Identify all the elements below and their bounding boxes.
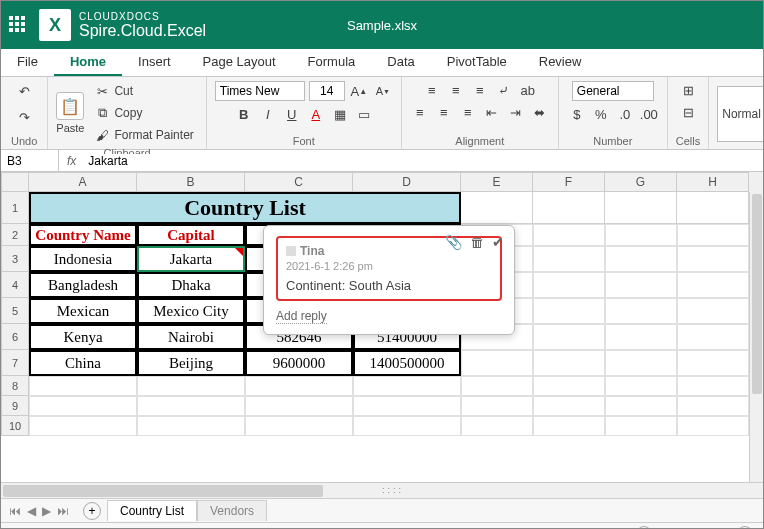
row-header[interactable]: 5	[1, 298, 29, 324]
data-cell[interactable]: China	[29, 350, 137, 376]
col-header[interactable]: E	[461, 172, 533, 192]
col-header[interactable]: G	[605, 172, 677, 192]
cell[interactable]	[137, 376, 245, 396]
align-top-button[interactable]: ≡	[422, 81, 442, 99]
paste-button[interactable]: 📋 Paste	[56, 92, 84, 134]
align-center-button[interactable]: ≡	[434, 103, 454, 121]
tab-data[interactable]: Data	[371, 49, 430, 76]
data-cell[interactable]: Dhaka	[137, 272, 245, 298]
wrap-text-button[interactable]: ⤶	[494, 81, 514, 99]
font-name-combo[interactable]	[215, 81, 305, 101]
header-cell[interactable]: Country Name	[29, 224, 137, 246]
orientation-button[interactable]: ab	[518, 81, 538, 99]
tab-page-layout[interactable]: Page Layout	[187, 49, 292, 76]
currency-button[interactable]: $	[567, 105, 587, 123]
cell[interactable]	[533, 376, 605, 396]
cell[interactable]	[677, 396, 749, 416]
data-cell[interactable]: Mexican	[29, 298, 137, 324]
horizontal-scrollbar[interactable]: ::::	[1, 482, 763, 498]
col-header[interactable]: A	[29, 172, 137, 192]
cell[interactable]	[533, 396, 605, 416]
decrease-indent-button[interactable]: ⇤	[482, 103, 502, 121]
cell[interactable]	[677, 246, 749, 272]
align-right-button[interactable]: ≡	[458, 103, 478, 121]
col-header[interactable]: C	[245, 172, 353, 192]
cell[interactable]	[461, 350, 533, 376]
data-cell[interactable]: Nairobi	[137, 324, 245, 350]
merge-cells-button[interactable]: ⬌	[530, 103, 550, 121]
add-reply-link[interactable]: Add reply	[276, 309, 327, 324]
cell[interactable]	[461, 416, 533, 436]
cell[interactable]	[605, 376, 677, 396]
font-size-combo[interactable]	[309, 81, 345, 101]
decrease-font-button[interactable]: A▼	[373, 82, 393, 100]
row-header[interactable]: 7	[1, 350, 29, 376]
add-sheet-button[interactable]: +	[83, 502, 101, 520]
number-format-combo[interactable]	[572, 81, 654, 101]
cell[interactable]	[245, 416, 353, 436]
col-header[interactable]: F	[533, 172, 605, 192]
redo-button[interactable]: ↷	[12, 107, 36, 127]
format-painter-button[interactable]: 🖌Format Painter	[90, 125, 197, 145]
data-cell[interactable]: Mexico City	[137, 298, 245, 324]
cell[interactable]	[605, 350, 677, 376]
cell[interactable]	[605, 224, 677, 246]
cell[interactable]	[29, 376, 137, 396]
underline-button[interactable]: U	[282, 105, 302, 123]
copy-button[interactable]: ⧉Copy	[90, 103, 197, 123]
col-header[interactable]: D	[353, 172, 461, 192]
decrease-decimal-button[interactable]: .0	[615, 105, 635, 123]
data-cell[interactable]: Jakarta	[137, 246, 245, 272]
tab-home[interactable]: Home	[54, 49, 122, 76]
align-middle-button[interactable]: ≡	[446, 81, 466, 99]
cell[interactable]	[677, 376, 749, 396]
cell[interactable]	[533, 224, 605, 246]
cell[interactable]	[605, 324, 677, 350]
fx-icon[interactable]: fx	[59, 154, 84, 168]
align-bottom-button[interactable]: ≡	[470, 81, 490, 99]
cell[interactable]	[677, 416, 749, 436]
cell[interactable]	[353, 396, 461, 416]
sheet-nav-prev[interactable]: ◀	[27, 504, 36, 518]
cell[interactable]	[461, 396, 533, 416]
row-header[interactable]: 2	[1, 224, 29, 246]
data-cell[interactable]: Bangladesh	[29, 272, 137, 298]
app-launcher-icon[interactable]	[9, 16, 27, 34]
col-header[interactable]: H	[677, 172, 749, 192]
cell[interactable]	[137, 396, 245, 416]
increase-decimal-button[interactable]: .00	[639, 105, 659, 123]
cell[interactable]	[245, 396, 353, 416]
tab-review[interactable]: Review	[523, 49, 598, 76]
cell[interactable]	[137, 416, 245, 436]
data-cell[interactable]: 9600000	[245, 350, 353, 376]
cell[interactable]	[677, 272, 749, 298]
italic-button[interactable]: I	[258, 105, 278, 123]
row-header[interactable]: 8	[1, 376, 29, 396]
sheet-tab-active[interactable]: Country List	[107, 500, 197, 521]
cell[interactable]	[533, 416, 605, 436]
bold-button[interactable]: B	[234, 105, 254, 123]
sheet-nav-first[interactable]: ⏮	[9, 504, 21, 518]
cell[interactable]	[605, 272, 677, 298]
cell[interactable]	[605, 246, 677, 272]
delete-comment-icon[interactable]: 🗑	[470, 234, 484, 250]
cell[interactable]	[677, 298, 749, 324]
zoom-in-button[interactable]: +	[737, 526, 753, 530]
data-cell[interactable]: 1400500000	[353, 350, 461, 376]
data-cell[interactable]: Indonesia	[29, 246, 137, 272]
cell[interactable]	[29, 396, 137, 416]
vertical-scrollbar[interactable]	[749, 192, 763, 482]
row-header[interactable]: 10	[1, 416, 29, 436]
col-header[interactable]: B	[137, 172, 245, 192]
cell[interactable]	[533, 350, 605, 376]
header-cell[interactable]: Capital	[137, 224, 245, 246]
attach-icon[interactable]: 📎	[445, 234, 462, 250]
align-left-button[interactable]: ≡	[410, 103, 430, 121]
increase-indent-button[interactable]: ⇥	[506, 103, 526, 121]
row-header[interactable]: 4	[1, 272, 29, 298]
cell[interactable]	[533, 272, 605, 298]
cell[interactable]	[533, 192, 605, 224]
formula-input[interactable]	[84, 154, 763, 168]
cut-button[interactable]: ✂Cut	[90, 81, 197, 101]
cell[interactable]	[605, 396, 677, 416]
